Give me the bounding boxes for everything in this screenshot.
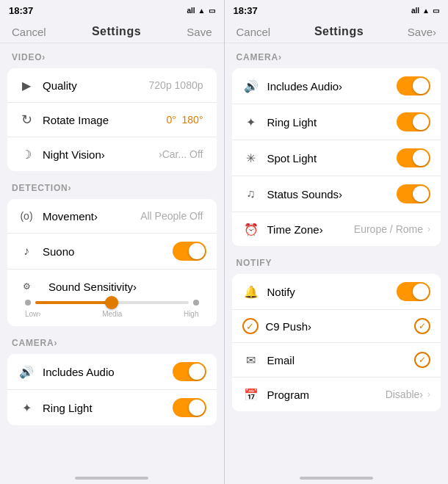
email-check[interactable]: ✓ (414, 352, 430, 368)
list-item[interactable]: ♫ Status Sounds› (232, 176, 441, 212)
ring-light-toggle[interactable] (173, 398, 206, 417)
program-label: Program (267, 389, 386, 401)
spot-light-label: Spot Light (267, 152, 397, 165)
left-status-time: 18:37 (9, 5, 33, 16)
right-section-notify-header: NOTIFY (225, 249, 449, 271)
list-item[interactable]: 🔔 Notify (232, 274, 441, 310)
c9push-label: C9 Push› (266, 320, 415, 333)
right-notify-list: 🔔 Notify ✓ C9 Push› ✓ ✉ Email ✓ (232, 274, 441, 411)
email-label: Email (267, 354, 415, 366)
audio-icon: 🔊 (18, 363, 35, 380)
right-ring-light-toggle[interactable] (397, 112, 430, 131)
left-cancel-button[interactable]: Cancel (12, 26, 46, 38)
list-item[interactable]: ⏰ Time Zone› Europe / Rome › (232, 212, 441, 246)
right-nav-title: Settings (314, 25, 364, 38)
timezone-chevron: › (427, 224, 430, 234)
left-nav-title: Settings (92, 25, 141, 38)
list-item[interactable]: 🔊 Includes Audio (7, 354, 217, 390)
right-nav-bar: Cancel Settings Save› (225, 21, 449, 43)
quality-value: 720p 1080p (149, 79, 203, 91)
left-camera-list: 🔊 Includes Audio ✦ Ring Light (7, 354, 217, 425)
left-save-button[interactable]: Save (187, 26, 212, 38)
list-item[interactable]: ☽ Night Vision› ›Car... Off (7, 137, 217, 171)
spot-light-toggle[interactable] (397, 148, 430, 167)
program-value: Disable› (386, 389, 423, 400)
right-save-button[interactable]: Save› (408, 26, 436, 38)
quality-label: Quality (43, 79, 149, 92)
list-item[interactable]: ✦ Ring Light (232, 104, 441, 140)
audio-toggle[interactable] (173, 362, 206, 381)
list-item[interactable]: ↻ Rotate Image 0° 180° (7, 103, 217, 137)
ring-light-icon: ✦ (18, 399, 35, 416)
list-item[interactable]: ✉ Email ✓ (232, 343, 441, 378)
sound-sensitivity-icon: ⚙ (18, 278, 35, 295)
list-item[interactable]: 🔊 Includes Audio› (232, 68, 441, 104)
rotate-icon: ↻ (18, 111, 35, 129)
audio-label: Includes Audio (43, 366, 173, 378)
suono-toggle[interactable] (173, 242, 206, 261)
list-item[interactable]: ✓ C9 Push› ✓ (232, 310, 441, 343)
timezone-value: Europe / Rome (354, 223, 423, 235)
timezone-label: Time Zone› (267, 223, 354, 236)
left-panel: 18:37 all ▲ ▭ Cancel Settings Save VIDEO… (0, 0, 224, 484)
list-item[interactable]: ✦ Ring Light (7, 390, 217, 425)
left-scroll-content: VIDEO› ▶ Quality 720p 1080p ↻ Rotate Ima… (0, 43, 224, 463)
right-battery-icon: ▭ (433, 7, 439, 15)
left-section-camera-header: CAMERA› (0, 329, 224, 351)
list-item[interactable]: ⚙ Sound Sensitivity› Low› Media High (7, 270, 217, 326)
notify-icon: 🔔 (242, 283, 260, 300)
cell-icon: all (187, 7, 195, 15)
right-ring-light-label: Ring Light (267, 116, 397, 129)
right-ring-light-icon: ✦ (242, 113, 260, 131)
suono-label: Suono (43, 245, 173, 258)
right-audio-label: Includes Audio› (267, 80, 397, 93)
list-item[interactable]: ▶ Quality 720p 1080p (7, 68, 217, 103)
slider-track[interactable] (35, 301, 189, 304)
list-item[interactable]: ♪ Suono (7, 234, 217, 270)
status-sounds-icon: ♫ (242, 185, 260, 203)
notify-toggle[interactable] (397, 282, 430, 301)
rotate-label: Rotate Image (43, 114, 166, 126)
slider-high-label: High (184, 310, 199, 318)
movement-value: All People Off (140, 210, 203, 222)
right-scroll-content: CAMERA› 🔊 Includes Audio› ✦ Ring Light ✳… (225, 43, 449, 463)
list-item[interactable]: 📅 Program Disable› › (232, 378, 441, 411)
slider-thumb[interactable] (105, 296, 118, 309)
program-chevron: › (427, 389, 430, 400)
right-status-bar: 18:37 all ▲ ▭ (225, 0, 449, 21)
slider-mid-label: Media (102, 310, 122, 318)
list-item[interactable]: (o) Movement› All People Off (7, 199, 217, 234)
left-detection-list: (o) Movement› All People Off ♪ Suono ⚙ S… (7, 199, 217, 326)
movement-label: Movement› (43, 210, 140, 223)
rotate-value: 0° 180° (166, 114, 203, 126)
list-item[interactable]: ✳ Spot Light (232, 140, 441, 176)
left-home-indicator (0, 463, 224, 484)
email-icon: ✉ (242, 351, 260, 369)
left-section-detection-header: DETECTION› (0, 174, 224, 196)
right-status-icons: all ▲ ▭ (411, 7, 439, 15)
spot-light-icon: ✳ (242, 149, 260, 167)
left-status-bar: 18:37 all ▲ ▭ (0, 0, 224, 21)
slider-low-label: Low› (25, 310, 41, 318)
right-status-time: 18:37 (234, 5, 258, 16)
right-camera-list: 🔊 Includes Audio› ✦ Ring Light ✳ Spot Li… (232, 68, 441, 246)
slider-right-dot (193, 300, 199, 306)
left-video-list: ▶ Quality 720p 1080p ↻ Rotate Image 0° 1… (7, 68, 217, 171)
right-section-camera-header: CAMERA› (225, 43, 449, 65)
slider-left-dot (25, 300, 31, 306)
left-section-video-header: VIDEO› (0, 43, 224, 65)
timezone-icon: ⏰ (242, 220, 260, 238)
notify-label: Notify (267, 286, 397, 298)
night-label: Night Vision› (43, 148, 159, 161)
sound-sensitivity-label: Sound Sensitivity› (48, 281, 206, 293)
wifi-icon: ▲ (198, 7, 206, 15)
movement-icon: (o) (18, 207, 35, 225)
right-audio-toggle[interactable] (397, 76, 430, 95)
c9push-check[interactable]: ✓ (414, 318, 430, 334)
left-status-icons: all ▲ ▭ (187, 7, 214, 15)
status-sounds-toggle[interactable] (397, 184, 430, 203)
status-sounds-label: Status Sounds› (267, 188, 397, 201)
right-cancel-button[interactable]: Cancel (236, 26, 271, 38)
suono-icon: ♪ (18, 242, 35, 260)
right-cell-icon: all (411, 7, 419, 15)
